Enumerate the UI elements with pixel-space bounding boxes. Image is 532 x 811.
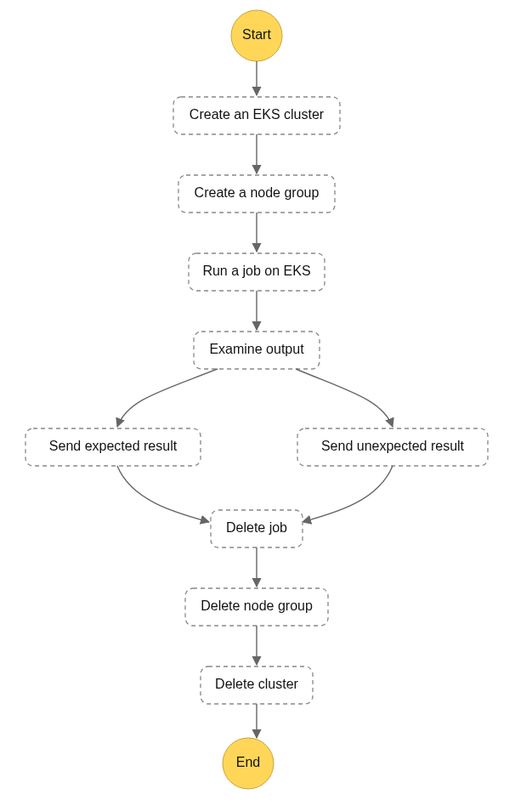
send-unexpected-label: Send unexpected result: [321, 439, 465, 453]
node-end: End: [223, 738, 274, 789]
delete-job-label: Delete job: [226, 520, 287, 535]
node-create-cluster: Create an EKS cluster: [173, 97, 340, 134]
create-ng-label: Create a node group: [195, 185, 320, 200]
edge-examine-unexpected: [296, 369, 393, 427]
node-examine-output: Examine output: [194, 332, 320, 369]
examine-label: Examine output: [209, 342, 304, 356]
node-create-node-group: Create a node group: [178, 175, 335, 213]
delete-cluster-label: Delete cluster: [215, 677, 298, 691]
end-label: End: [236, 755, 260, 769]
node-send-unexpected: Send unexpected result: [297, 428, 488, 466]
node-send-expected: Send expected result: [25, 428, 201, 466]
node-delete-job: Delete job: [211, 510, 303, 547]
start-label: Start: [242, 27, 271, 42]
edge-examine-expected: [117, 369, 218, 427]
delete-ng-label: Delete node group: [201, 598, 313, 613]
node-delete-node-group: Delete node group: [185, 588, 328, 626]
flowchart: Start Create an EKS cluster Create a nod…: [0, 0, 532, 811]
node-delete-cluster: Delete cluster: [201, 666, 313, 704]
run-job-label: Run a job on EKS: [202, 264, 310, 278]
node-run-job: Run a job on EKS: [189, 253, 325, 291]
node-start: Start: [231, 10, 282, 61]
create-cluster-label: Create an EKS cluster: [190, 107, 325, 122]
send-expected-label: Send expected result: [49, 439, 178, 453]
edge-exp-delete: [117, 466, 209, 522]
edge-unexp-delete: [303, 466, 393, 522]
